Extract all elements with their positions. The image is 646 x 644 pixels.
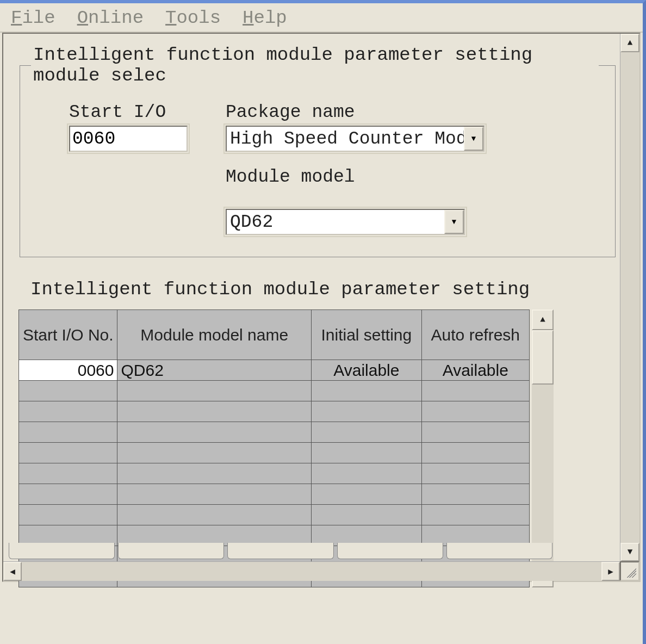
- cell-init[interactable]: Available: [312, 360, 422, 381]
- bottom-tabs: [9, 543, 552, 559]
- menu-online[interactable]: Online: [77, 8, 144, 28]
- cell-model[interactable]: [117, 484, 312, 505]
- table-row[interactable]: [19, 422, 530, 443]
- scroll-up-button[interactable]: ▲: [532, 309, 554, 330]
- cell-auto[interactable]: [421, 463, 529, 484]
- start-io-field: Start I/O: [69, 102, 188, 235]
- cell-init[interactable]: [312, 484, 422, 505]
- table-row[interactable]: [19, 505, 530, 525]
- package-name-label: Package name: [226, 102, 484, 122]
- chevron-up-icon: ▲: [628, 38, 633, 48]
- content-inner: Intelligent function module parameter se…: [3, 34, 639, 593]
- module-model-label: Module model: [226, 167, 484, 187]
- param-setting-title: Intelligent function module parameter se…: [30, 279, 616, 300]
- app-window: File Online Tools Help Intelligent funct…: [0, 0, 646, 644]
- cell-init[interactable]: [312, 381, 422, 401]
- cell-auto[interactable]: [421, 381, 529, 401]
- cell-io[interactable]: 0060: [19, 360, 117, 381]
- table-row[interactable]: [19, 484, 530, 505]
- chevron-right-icon: ▶: [608, 566, 613, 577]
- content-scroll-area: Intelligent function module parameter se…: [2, 33, 641, 582]
- start-io-label: Start I/O: [69, 102, 188, 122]
- cell-io[interactable]: [19, 505, 117, 525]
- tab-4[interactable]: [337, 543, 443, 559]
- cell-init[interactable]: [312, 422, 422, 443]
- package-name-value: High Speed Counter Module: [227, 127, 464, 151]
- cell-init[interactable]: [312, 505, 422, 525]
- outer-scroll-left-button[interactable]: ◀: [3, 562, 22, 581]
- cell-model[interactable]: [117, 401, 312, 422]
- chevron-left-icon: ◀: [10, 566, 15, 577]
- outer-scroll-up-button[interactable]: ▲: [620, 34, 639, 52]
- package-dropdown-button[interactable]: ▼: [464, 127, 483, 151]
- cell-model[interactable]: [117, 463, 312, 484]
- cell-auto[interactable]: [421, 401, 529, 422]
- cell-auto[interactable]: [421, 505, 529, 525]
- table-row[interactable]: [19, 443, 530, 463]
- tab-2[interactable]: [118, 543, 224, 559]
- cell-io[interactable]: [19, 463, 117, 484]
- cell-auto[interactable]: [421, 443, 529, 463]
- table-row[interactable]: [19, 381, 530, 401]
- scroll-thumb[interactable]: [532, 330, 554, 385]
- tab-3[interactable]: [227, 543, 333, 559]
- chevron-down-icon: ▼: [628, 547, 633, 557]
- model-dropdown-button[interactable]: ▼: [444, 210, 464, 234]
- module-select-group: Intelligent function module parameter se…: [20, 45, 616, 257]
- cell-io[interactable]: [19, 484, 117, 505]
- start-io-input[interactable]: [69, 126, 188, 152]
- cell-model[interactable]: [117, 443, 312, 463]
- module-model-value: QD62: [227, 210, 444, 234]
- module-model-select[interactable]: QD62 ▼: [226, 209, 465, 235]
- cell-io[interactable]: [19, 381, 117, 401]
- cell-auto[interactable]: Available: [421, 360, 529, 381]
- chevron-down-icon: ▼: [452, 218, 456, 226]
- col-header-io: Start I/O No.: [19, 310, 117, 360]
- menu-help[interactable]: Help: [243, 8, 287, 28]
- cell-auto[interactable]: [421, 422, 529, 443]
- table-row[interactable]: [19, 401, 530, 422]
- cell-io[interactable]: [19, 422, 117, 443]
- outer-scroll-down-button[interactable]: ▼: [620, 543, 639, 561]
- cell-init[interactable]: [312, 463, 422, 484]
- module-select-legend: Intelligent function module parameter se…: [31, 45, 599, 86]
- menu-tools[interactable]: Tools: [165, 8, 221, 28]
- table-row[interactable]: [19, 463, 530, 484]
- col-header-init: Initial setting: [312, 310, 422, 360]
- cell-model[interactable]: [117, 381, 312, 401]
- table-row[interactable]: 0060QD62AvailableAvailable: [19, 360, 530, 381]
- cell-model[interactable]: [117, 505, 312, 525]
- tab-1[interactable]: [9, 543, 115, 559]
- menubar: File Online Tools Help: [0, 3, 643, 33]
- cell-io[interactable]: [19, 401, 117, 422]
- menu-file[interactable]: File: [11, 8, 55, 28]
- cell-auto[interactable]: [421, 484, 529, 505]
- cell-init[interactable]: [312, 401, 422, 422]
- col-header-auto: Auto refresh: [421, 310, 529, 360]
- outer-scroll-right-button[interactable]: ▶: [601, 562, 620, 581]
- cell-model[interactable]: QD62: [117, 360, 312, 381]
- cell-model[interactable]: [117, 422, 312, 443]
- cell-io[interactable]: [19, 443, 117, 463]
- resize-grip[interactable]: [620, 561, 639, 581]
- tab-5[interactable]: [446, 543, 552, 559]
- package-name-select[interactable]: High Speed Counter Module ▼: [226, 126, 484, 152]
- chevron-up-icon: ▲: [540, 315, 545, 325]
- cell-init[interactable]: [312, 443, 422, 463]
- outer-vertical-scrollbar[interactable]: ▲ ▼: [620, 34, 639, 561]
- outer-horizontal-scrollbar[interactable]: ◀ ▶: [3, 561, 620, 581]
- chevron-down-icon: ▼: [471, 134, 476, 143]
- col-header-model: Module model name: [117, 310, 312, 360]
